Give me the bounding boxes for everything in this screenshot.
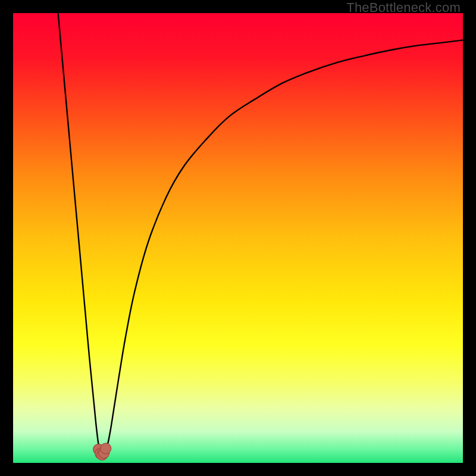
watermark-label: TheBottleneck.com — [346, 0, 461, 15]
chart-frame: TheBottleneck.com — [0, 0, 476, 476]
bottleneck-curve-chart — [13, 13, 463, 463]
minimum-marker — [101, 443, 111, 454]
gradient-background — [13, 13, 463, 463]
plot-area — [13, 13, 463, 463]
